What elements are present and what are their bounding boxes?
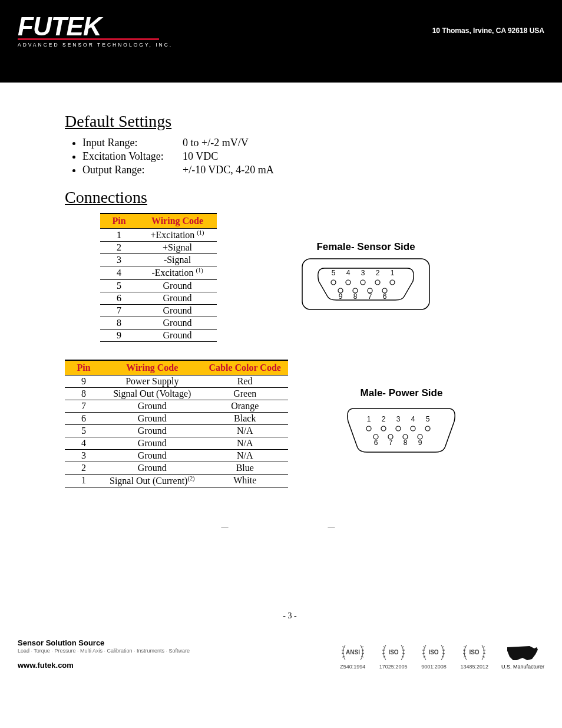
cell-pin: 5 bbox=[65, 424, 103, 437]
svg-text:1: 1 bbox=[367, 415, 371, 423]
header-address: 10 Thomas, Irvine, CA 92618 USA bbox=[432, 27, 544, 35]
cell-color: Green bbox=[202, 387, 288, 400]
table-row: 7Ground bbox=[100, 304, 217, 317]
cell-wiring: Ground bbox=[103, 449, 202, 462]
cell-wiring: Signal Out (Voltage) bbox=[103, 387, 202, 400]
cell-wiring: Ground bbox=[103, 412, 202, 424]
svg-text:8: 8 bbox=[404, 439, 408, 447]
female-connector-svg: 543219876 bbox=[301, 258, 431, 311]
table-row: 6Ground bbox=[100, 292, 217, 304]
cell-color: N/A bbox=[202, 437, 288, 449]
setting-item: Input Range:0 to +/-2 mV/V bbox=[82, 137, 515, 149]
th-wiring: Wiring Code bbox=[103, 360, 202, 375]
female-connector-diagram: Female- Sensor Side 543219876 bbox=[217, 241, 515, 313]
svg-text:4: 4 bbox=[411, 415, 415, 423]
svg-text:4: 4 bbox=[346, 269, 351, 277]
cell-wiring: +Signal bbox=[138, 242, 217, 254]
svg-point-24 bbox=[396, 426, 401, 431]
svg-point-28 bbox=[425, 426, 430, 431]
svg-text:8: 8 bbox=[353, 292, 358, 301]
page-footer: Sensor Solution Source Load · Torque · P… bbox=[0, 633, 562, 681]
us-manufacturer-badge: U.S. Manufacturer bbox=[501, 643, 544, 670]
cell-pin: 6 bbox=[100, 292, 138, 304]
logo-text: FUTEK bbox=[18, 15, 173, 38]
table-row: 8Signal Out (Voltage)Green bbox=[65, 387, 288, 400]
svg-point-22 bbox=[381, 426, 386, 431]
footer-right: ANSIZ540:1994ISO17025:2005ISO9001:2008IS… bbox=[339, 643, 544, 670]
male-connector-svg: 123456789 bbox=[336, 404, 466, 457]
svg-text:3: 3 bbox=[396, 415, 401, 423]
power-pin-table-wrap: Pin Wiring Code Cable Color Code 9Power … bbox=[65, 360, 288, 487]
svg-point-8 bbox=[375, 280, 380, 285]
crop-marks: — — bbox=[65, 523, 515, 529]
default-settings-list: Input Range:0 to +/-2 mV/VExcitation Vol… bbox=[82, 137, 515, 176]
cell-pin: 4 bbox=[65, 437, 103, 449]
cell-pin: 9 bbox=[100, 329, 138, 341]
cell-pin: 9 bbox=[65, 375, 103, 387]
sensor-pin-table: Pin Wiring Code 1+Excitation (1)2+Signal… bbox=[100, 213, 217, 342]
th-wiring: Wiring Code bbox=[138, 213, 217, 229]
footer-left: Sensor Solution Source Load · Torque · P… bbox=[18, 638, 190, 670]
cert-badge: ISO9001:2008 bbox=[420, 643, 447, 670]
table-row: 4-Excitation (1) bbox=[100, 266, 217, 279]
svg-text:2: 2 bbox=[382, 415, 386, 423]
cell-wiring: -Excitation (1) bbox=[138, 266, 217, 279]
svg-text:ISO: ISO bbox=[470, 649, 480, 655]
svg-point-10 bbox=[390, 280, 395, 285]
svg-text:ANSI: ANSI bbox=[346, 649, 360, 655]
cell-color: N/A bbox=[202, 424, 288, 437]
cell-wiring: Ground bbox=[138, 329, 217, 341]
footer-tagline: Sensor Solution Source bbox=[18, 638, 190, 647]
table-row: 2GroundBlue bbox=[65, 462, 288, 474]
th-pin: Pin bbox=[100, 213, 138, 229]
power-pin-table: Pin Wiring Code Cable Color Code 9Power … bbox=[65, 360, 288, 487]
cell-pin: 1 bbox=[100, 229, 138, 242]
cert-badge: ISO17025:2005 bbox=[379, 643, 408, 670]
sensor-pin-table-wrap: Pin Wiring Code 1+Excitation (1)2+Signal… bbox=[100, 213, 217, 342]
cell-pin: 1 bbox=[65, 474, 103, 487]
cell-color: N/A bbox=[202, 449, 288, 462]
svg-text:6: 6 bbox=[374, 439, 378, 447]
cell-pin: 2 bbox=[65, 462, 103, 474]
cell-wiring: Signal Out (Current)(2) bbox=[103, 474, 202, 487]
svg-point-20 bbox=[366, 426, 371, 431]
cell-wiring: Ground bbox=[103, 462, 202, 474]
setting-value: +/-10 VDC, 4-20 mA bbox=[183, 164, 274, 176]
table-row: 1+Excitation (1) bbox=[100, 229, 217, 242]
setting-label: Excitation Voltage: bbox=[82, 150, 183, 163]
svg-text:7: 7 bbox=[389, 439, 393, 447]
svg-text:9: 9 bbox=[339, 292, 343, 301]
th-color: Cable Color Code bbox=[202, 360, 288, 375]
svg-text:3: 3 bbox=[361, 269, 365, 277]
svg-text:7: 7 bbox=[368, 292, 372, 301]
table-row: 4GroundN/A bbox=[65, 437, 288, 449]
cell-pin: 2 bbox=[100, 242, 138, 254]
table-row: 7GroundOrange bbox=[65, 400, 288, 412]
cell-color: Blue bbox=[202, 462, 288, 474]
cell-pin: 3 bbox=[100, 254, 138, 266]
company-logo: FUTEK ADVANCED SENSOR TECHNOLOGY, INC. bbox=[18, 15, 173, 48]
svg-text:ISO: ISO bbox=[429, 649, 439, 655]
table-row: 2+Signal bbox=[100, 242, 217, 254]
cell-pin: 6 bbox=[65, 412, 103, 424]
setting-label: Input Range: bbox=[82, 137, 183, 149]
svg-point-4 bbox=[346, 280, 351, 285]
male-connector-diagram: Male- Power Side 123456789 bbox=[288, 387, 515, 459]
cell-wiring: Ground bbox=[103, 400, 202, 412]
cell-wiring: Power Supply bbox=[103, 375, 202, 387]
svg-text:6: 6 bbox=[383, 292, 387, 301]
cell-wiring: -Signal bbox=[138, 254, 217, 266]
cell-color: Orange bbox=[202, 400, 288, 412]
cell-pin: 5 bbox=[100, 279, 138, 292]
female-connector-title: Female- Sensor Side bbox=[217, 241, 515, 253]
table-row: 3GroundN/A bbox=[65, 449, 288, 462]
cell-pin: 4 bbox=[100, 266, 138, 279]
svg-text:5: 5 bbox=[332, 269, 336, 277]
cell-pin: 8 bbox=[100, 317, 138, 329]
cell-pin: 8 bbox=[65, 387, 103, 400]
table-row: 9Power SupplyRed bbox=[65, 375, 288, 387]
cert-badge: ISO13485:2012 bbox=[460, 643, 488, 670]
cell-wiring: Ground bbox=[138, 317, 217, 329]
cell-wiring: Ground bbox=[138, 292, 217, 304]
table-row: 9Ground bbox=[100, 329, 217, 341]
